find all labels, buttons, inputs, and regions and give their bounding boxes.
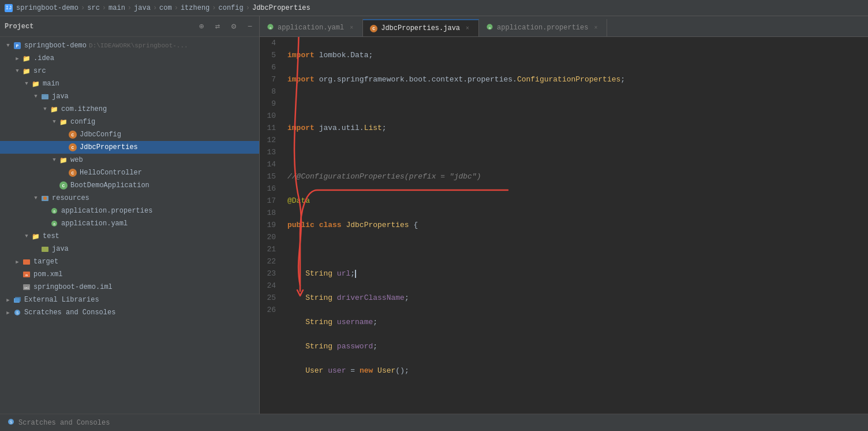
code-line-10: @Data	[287, 195, 863, 207]
breadcrumb-project[interactable]: springboot-demo	[16, 4, 78, 12]
java-icon-JdbcProperties: C	[68, 143, 77, 152]
props-tab-icon: a	[486, 23, 493, 32]
tree-item-pom-xml[interactable]: m pom.xml	[0, 268, 259, 281]
tree-arrow-scratches[interactable]	[5, 309, 12, 316]
tab-label-yaml: application.yaml	[278, 24, 344, 32]
tree-arrow-target[interactable]	[14, 258, 21, 265]
tree-item-web[interactable]: 📁 web	[0, 154, 259, 166]
svg-rect-9	[42, 247, 48, 252]
tree-item-com-itzheng[interactable]: 📁 com.itzheng	[0, 103, 259, 116]
tree-item-iml[interactable]: iml springboot-demo.iml	[0, 281, 259, 293]
tree-label-BootDemoApplication: BootDemoApplication	[70, 181, 149, 190]
tree-item-HelloController[interactable]: C HelloController	[0, 166, 259, 179]
resources-folder-icon	[40, 194, 50, 203]
breadcrumb-itzheng[interactable]: itzheng	[181, 4, 209, 12]
tree-item-target[interactable]: target	[0, 255, 259, 268]
breadcrumb-class[interactable]: JdbcProperties	[252, 4, 310, 12]
svg-text:P: P	[16, 43, 19, 49]
tree-arrow-java[interactable]	[32, 93, 39, 100]
tree-item-springboot-demo[interactable]: P springboot-demo D:\IDEAWORK\springboot…	[0, 39, 259, 52]
tree-item-java[interactable]: java	[0, 90, 259, 103]
tree-arrow-config[interactable]	[51, 118, 58, 125]
tree-arrow-resources[interactable]	[32, 195, 39, 202]
tree-label-idea: .idea	[33, 54, 54, 62]
tree-label-web: web	[70, 156, 83, 164]
tree-item-config[interactable]: 📁 config	[0, 116, 259, 128]
scratches-bar-label: Scratches and Consoles	[18, 419, 110, 427]
code-content[interactable]: import lombok.Data; import org.springfra…	[283, 37, 868, 414]
tree-item-src[interactable]: 📁 src	[0, 65, 259, 77]
folder-icon-java	[40, 92, 50, 101]
breadcrumb-main[interactable]: main	[108, 4, 125, 12]
tree-item-test[interactable]: 📁 test	[0, 230, 259, 243]
tab-JdbcProperties[interactable]: C JdbcProperties.java ×	[363, 19, 479, 36]
layout-icon[interactable]: ⇄	[213, 22, 222, 31]
folder-icon-web: 📁	[59, 155, 68, 165]
project-sidebar: Project ⊕ ⇄ ⚙ − P springboot-demo D:\IDE…	[0, 16, 260, 414]
code-line-19: class User{	[287, 413, 863, 414]
project-tree[interactable]: P springboot-demo D:\IDEAWORK\springboot…	[0, 37, 259, 414]
folder-icon-src: 📁	[22, 66, 31, 76]
code-line-17: User user = new User();	[287, 365, 863, 377]
code-line-15: String username;	[287, 316, 863, 328]
tree-label-JdbcProperties: JdbcProperties	[80, 143, 138, 151]
tree-item-test-java[interactable]: java	[0, 243, 259, 255]
svg-text:iml: iml	[24, 287, 29, 290]
minimize-icon[interactable]: −	[245, 22, 255, 31]
tree-item-resources[interactable]: resources	[0, 192, 259, 205]
svg-point-4	[43, 196, 47, 200]
breadcrumb-java[interactable]: java	[134, 4, 151, 12]
tree-label-target: target	[33, 258, 58, 266]
svg-text:a: a	[489, 26, 491, 30]
breadcrumb-config[interactable]: config	[219, 4, 244, 12]
tab-close-JdbcProperties[interactable]: ×	[463, 24, 472, 32]
tree-arrow-external-libraries[interactable]	[5, 296, 12, 303]
settings-icon[interactable]: ⚙	[229, 22, 238, 31]
tree-label-resources: resources	[52, 194, 89, 202]
tree-label-config: config	[70, 118, 95, 126]
svg-rect-16	[15, 297, 21, 302]
properties-icon: a	[50, 206, 59, 216]
tree-label-test-java: java	[52, 245, 69, 253]
tree-arrow-idea[interactable]	[14, 55, 21, 62]
tree-label-iml: springboot-demo.iml	[33, 283, 113, 291]
code-line-14: String driverClassName;	[287, 292, 863, 304]
tree-item-idea[interactable]: 📁 .idea	[0, 52, 259, 65]
tree-item-BootDemoApplication[interactable]: C BootDemoApplication	[0, 179, 259, 192]
tree-item-application-properties[interactable]: a application.properties	[0, 205, 259, 217]
tree-arrow-web[interactable]	[51, 157, 58, 164]
code-line-13: String url;	[287, 267, 863, 280]
external-libraries-icon	[13, 295, 22, 304]
tree-label-java: java	[52, 92, 69, 101]
tree-arrow-src[interactable]	[14, 68, 21, 75]
tree-item-JdbcConfig[interactable]: C JdbcConfig	[0, 128, 259, 141]
tree-arrow-main[interactable]	[23, 80, 30, 87]
svg-text:a: a	[53, 222, 55, 226]
tree-item-application-yaml[interactable]: a application.yaml	[0, 217, 259, 230]
sidebar-title: Project	[5, 23, 190, 31]
java-icon-HelloController: C	[68, 168, 77, 177]
scratches-bar[interactable]: S Scratches and Consoles	[0, 414, 868, 431]
java-tab-icon: C	[370, 25, 377, 32]
add-icon[interactable]: ⊕	[197, 22, 206, 31]
tab-close-props[interactable]: ×	[592, 24, 600, 32]
tree-arrow-test[interactable]	[23, 233, 30, 240]
tab-close-yaml[interactable]: ×	[347, 24, 356, 32]
tree-item-JdbcProperties[interactable]: C JdbcProperties	[0, 141, 259, 154]
breadcrumb-com[interactable]: com	[159, 4, 172, 12]
tree-item-main[interactable]: 📁 main	[0, 77, 259, 90]
tree-arrow-springboot-demo[interactable]	[5, 42, 12, 49]
tree-item-external-libraries[interactable]: External Libraries	[0, 293, 259, 306]
code-line-12	[287, 243, 863, 255]
java-spring-icon-BootDemoApplication: C	[59, 181, 68, 190]
tab-application-properties[interactable]: a application.properties ×	[479, 19, 607, 36]
breadcrumb-src[interactable]: src	[87, 4, 100, 12]
tree-label-application-yaml: application.yaml	[61, 220, 128, 228]
tree-label-src: src	[33, 67, 46, 75]
tab-application-yaml[interactable]: a application.yaml ×	[260, 19, 363, 36]
tree-arrow-com-itzheng[interactable]	[42, 106, 48, 113]
folder-icon-target	[22, 257, 31, 266]
folder-icon-idea: 📁	[22, 54, 31, 63]
tree-item-scratches[interactable]: S Scratches and Consoles	[0, 306, 259, 319]
svg-text:a: a	[53, 209, 55, 214]
